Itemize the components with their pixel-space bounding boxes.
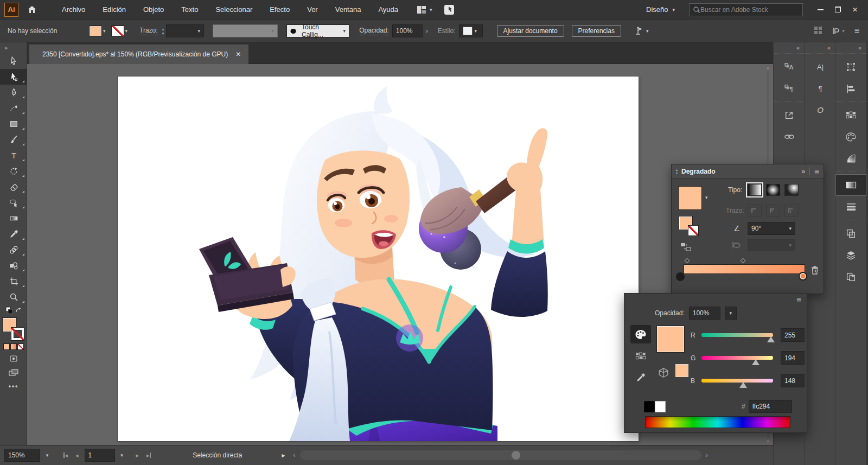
blue-slider[interactable]	[701, 379, 773, 383]
opacity-field[interactable]: 100%	[392, 24, 423, 37]
artboard-chevron-icon[interactable]: ▾	[115, 449, 129, 462]
paintbrush-tool-button[interactable]	[0, 132, 27, 148]
preferences-button[interactable]: Preferencias	[572, 25, 621, 37]
green-value-field[interactable]	[781, 351, 805, 365]
gradient-fill-stroke-indicator[interactable]	[679, 216, 699, 236]
menu-efecto[interactable]: Efecto	[261, 0, 298, 20]
restore-button[interactable]	[830, 3, 845, 17]
menu-seleccionar[interactable]: Seleccionar	[207, 0, 261, 20]
fill-swatch[interactable]	[89, 26, 102, 36]
menu-ver[interactable]: Ver	[298, 0, 327, 20]
red-value-field[interactable]	[781, 328, 805, 342]
reverse-gradient-icon[interactable]	[680, 243, 691, 253]
opentype-panel-icon[interactable]: O	[805, 99, 835, 121]
hex-field[interactable]	[749, 400, 792, 413]
toolbar-more-button[interactable]: •••	[0, 380, 27, 393]
type-tool-button[interactable]: T	[0, 148, 27, 163]
artboards-panel-icon[interactable]	[835, 266, 866, 288]
scroll-left-icon[interactable]: ‹	[289, 451, 300, 459]
hex-input[interactable]	[752, 403, 790, 410]
stop-opacity-field[interactable]: 100%	[689, 307, 720, 320]
gradient-tool-button[interactable]	[0, 211, 27, 226]
character-panel-icon[interactable]: A|	[805, 56, 835, 78]
brush-definition-field[interactable]: Touch Callig... ▾	[286, 24, 349, 37]
paragraph-panel-icon[interactable]: ¶	[805, 78, 835, 99]
stroke-weight-label[interactable]: Trazo:	[139, 27, 158, 35]
radial-gradient-button[interactable]	[766, 184, 780, 196]
rotate-tool-button[interactable]	[0, 163, 27, 179]
swatches-panel-icon[interactable]	[835, 104, 866, 126]
horizontal-scroll-thumb[interactable]	[512, 451, 520, 460]
eraser-tool-button[interactable]	[0, 179, 27, 195]
gradient-midpoint[interactable]	[685, 258, 690, 264]
puppet-chevron-icon[interactable]: ▾	[646, 28, 649, 34]
color-mixer-tab-icon[interactable]	[630, 325, 651, 343]
color-guide-panel-icon[interactable]	[835, 148, 866, 169]
tools-expand-icon[interactable]: »	[0, 42, 27, 53]
eyedropper-tool-button[interactable]	[0, 226, 27, 242]
screen-mode-button[interactable]	[0, 366, 27, 380]
fill-stroke-indicator[interactable]	[3, 318, 24, 341]
swap-fill-stroke-icon[interactable]	[15, 307, 22, 315]
artboard-number-field[interactable]: 1	[85, 449, 115, 462]
stroke-panel-icon[interactable]	[835, 196, 866, 218]
style-swatch[interactable]	[463, 27, 473, 35]
search-input[interactable]	[700, 6, 793, 14]
status-play-icon[interactable]: ▸	[278, 451, 289, 459]
fit-document-button[interactable]: Ajustar documento	[497, 25, 564, 37]
tab-close-icon[interactable]: ✕	[235, 50, 241, 58]
menu-ventana[interactable]: Ventana	[327, 0, 370, 20]
transparency-panel-icon[interactable]	[835, 222, 866, 244]
workspace-switcher[interactable]: Diseño ▾	[646, 5, 675, 14]
artboard[interactable]	[118, 77, 639, 441]
panel-collapse-icon[interactable]: ▴▾	[676, 168, 678, 175]
rectangle-tool-button[interactable]	[0, 116, 27, 132]
drawing-modes-button[interactable]	[0, 352, 27, 366]
layers-panel-icon[interactable]	[835, 244, 866, 266]
menu-objeto[interactable]: Objeto	[135, 0, 173, 20]
align-panel-icon[interactable]	[835, 78, 866, 99]
freeform-gradient-button[interactable]	[784, 184, 799, 196]
zoom-level-field[interactable]: 150%	[4, 449, 40, 462]
none-mode-button[interactable]	[17, 343, 24, 350]
document-tab[interactable]: 2350 [Convertido].eps* al 150% (RGB/Prev…	[29, 44, 248, 64]
symbol-sprayer-tool-button[interactable]	[0, 258, 27, 273]
color-mode-button[interactable]	[3, 343, 10, 350]
black-swatch[interactable]	[644, 401, 655, 412]
previous-artboard-icon[interactable]: ◂	[72, 452, 82, 459]
green-slider[interactable]	[701, 356, 773, 360]
shape-builder-tool-button[interactable]	[0, 195, 27, 211]
stroke-weight-stepper[interactable]: ▴▾	[162, 27, 164, 35]
artboard-panel-icon[interactable]	[835, 56, 866, 78]
scroll-right-icon[interactable]: ›	[701, 451, 712, 459]
gradient-midpoint[interactable]	[741, 258, 746, 264]
links-panel-icon[interactable]	[774, 126, 805, 148]
out-of-gamut-cube-icon[interactable]	[658, 367, 669, 380]
gradient-slider[interactable]	[684, 264, 805, 274]
color-panel-menu-icon[interactable]: ≡	[796, 295, 801, 304]
eyedropper-tab-icon[interactable]	[630, 368, 651, 387]
menu-ayuda[interactable]: Ayuda	[369, 0, 407, 20]
delete-stop-icon[interactable]	[810, 265, 819, 277]
character-styles-panel-icon[interactable]: A	[774, 56, 805, 78]
touch-workspace-icon[interactable]	[441, 3, 457, 17]
horizontal-scroll-track[interactable]	[300, 450, 701, 460]
default-fill-stroke-icon[interactable]	[5, 307, 13, 316]
stop-opacity-chevron-icon[interactable]: ▾	[725, 307, 737, 320]
selection-tool-button[interactable]	[0, 53, 27, 69]
red-slider[interactable]	[701, 333, 773, 337]
color-spectrum-bar[interactable]	[645, 416, 790, 428]
gradient-preset-chevron-icon[interactable]: ▾	[705, 195, 708, 200]
stroke-color-control[interactable]: ▾	[111, 26, 128, 36]
dock-collapse-icon[interactable]: «	[835, 42, 866, 53]
last-artboard-icon[interactable]: ▸	[143, 452, 155, 459]
scroll-down-icon[interactable]: ▾	[767, 439, 769, 444]
arrange-documents-chevron-icon[interactable]: ▾	[430, 7, 432, 12]
menu-texto[interactable]: Texto	[173, 0, 207, 20]
curvature-tool-button[interactable]	[0, 100, 27, 116]
puppet-warp-icon[interactable]	[630, 24, 646, 38]
style-field[interactable]: ▾	[459, 24, 483, 37]
gradient-panel-header[interactable]: ▴▾ Degradado » ≡	[672, 164, 824, 179]
gradient-bar[interactable]	[684, 264, 805, 274]
linear-gradient-button[interactable]	[748, 184, 762, 196]
